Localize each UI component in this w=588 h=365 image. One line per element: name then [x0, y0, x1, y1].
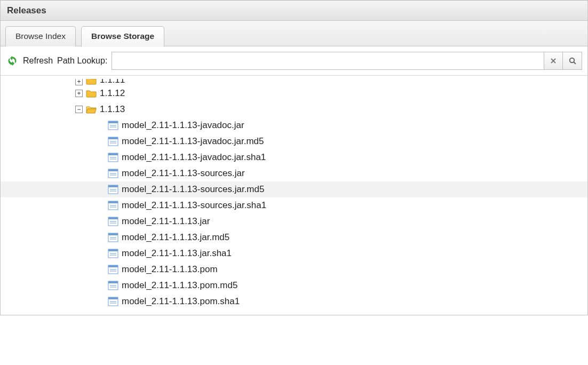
file-icon: [108, 281, 118, 290]
file-icon: [108, 217, 118, 226]
tree-node-label: model_2.11-1.1.13.jar: [122, 216, 210, 227]
file-icon: [108, 249, 118, 258]
tree-folder-row[interactable]: − 1.1.13: [1, 101, 587, 117]
tree-file-row[interactable]: model_2.11-1.1.13-sources.jar.md5: [1, 181, 587, 197]
path-lookup-input[interactable]: [112, 52, 544, 70]
file-icon: [108, 169, 118, 178]
tree-folder-row[interactable]: + 1.1.11: [1, 79, 587, 85]
tree-node-label: model_2.11-1.1.13-sources.jar: [122, 168, 245, 179]
tree-node-label: 1.1.13: [100, 104, 125, 115]
folder-closed-icon: [86, 79, 97, 85]
file-icon: [108, 121, 118, 130]
file-icon: [108, 297, 118, 306]
refresh-label: Refresh: [23, 56, 53, 66]
tree-file-row[interactable]: model_2.11-1.1.13-sources.jar.sha1: [1, 197, 587, 213]
tab-label: Browse Index: [15, 31, 66, 41]
svg-rect-3: [108, 121, 118, 123]
file-icon: [108, 265, 118, 274]
tree-node-label: model_2.11-1.1.13-javadoc.jar.sha1: [122, 152, 266, 163]
tab-label: Browse Storage: [91, 31, 154, 41]
svg-rect-47: [108, 297, 118, 299]
panel-title: Releases: [1, 1, 587, 21]
svg-rect-43: [108, 281, 118, 283]
search-button[interactable]: [563, 52, 582, 70]
tree-file-row[interactable]: model_2.11-1.1.13.jar.md5: [1, 229, 587, 245]
file-icon: [108, 233, 118, 242]
tree-node-label: model_2.11-1.1.13.pom.md5: [122, 280, 237, 291]
folder-closed-icon: [86, 89, 97, 98]
toolbar: Refresh Path Lookup:: [1, 46, 587, 76]
refresh-icon: [7, 55, 18, 66]
tabstrip: Browse Index Browse Storage: [1, 21, 587, 46]
svg-rect-7: [108, 137, 118, 139]
tab-browse-storage[interactable]: Browse Storage: [81, 26, 164, 47]
svg-rect-11: [108, 153, 118, 155]
tree-file-row[interactable]: model_2.11-1.1.13.jar.sha1: [1, 245, 587, 261]
collapse-toggle[interactable]: −: [75, 106, 83, 113]
panel-title-text: Releases: [7, 5, 46, 15]
file-icon: [108, 153, 118, 162]
svg-line-1: [574, 62, 576, 64]
expand-toggle[interactable]: +: [75, 90, 83, 97]
tree-file-row[interactable]: model_2.11-1.1.13.pom.sha1: [1, 293, 587, 310]
path-lookup-label: Path Lookup:: [57, 56, 107, 66]
file-icon: [108, 185, 118, 194]
releases-panel: Releases Browse Index Browse Storage Ref…: [0, 0, 588, 315]
file-icon: [108, 137, 118, 146]
tree-node-label: 1.1.12: [100, 88, 125, 99]
tree-file-row[interactable]: model_2.11-1.1.13.jar: [1, 213, 587, 229]
tree-file-row[interactable]: model_2.11-1.1.13.pom: [1, 261, 587, 277]
tree-file-row[interactable]: model_2.11-1.1.13-javadoc.jar.md5: [1, 133, 587, 149]
tree-node-label: model_2.11-1.1.13-sources.jar.md5: [122, 184, 264, 195]
tree-file-row[interactable]: model_2.11-1.1.13-javadoc.jar.sha1: [1, 149, 587, 165]
file-tree: + 1.1.11 + 1.1.12 − 1.1.13 model_2.11-1.…: [1, 76, 587, 315]
clear-button[interactable]: [544, 52, 563, 70]
tree-folder-row[interactable]: + 1.1.12: [1, 85, 587, 101]
tree-node-label: model_2.11-1.1.13.pom: [122, 264, 218, 275]
svg-point-0: [569, 58, 574, 62]
tree-file-row[interactable]: model_2.11-1.1.13.pom.md5: [1, 277, 587, 293]
svg-rect-27: [108, 217, 118, 219]
file-icon: [108, 201, 118, 210]
path-lookup-group: [112, 52, 582, 70]
tree-node-label: model_2.11-1.1.13-sources.jar.sha1: [122, 200, 266, 211]
tree-node-label: model_2.11-1.1.13.pom.sha1: [122, 296, 240, 307]
close-icon: [550, 58, 557, 64]
svg-rect-23: [108, 201, 118, 203]
expand-toggle[interactable]: +: [75, 79, 83, 85]
tab-browse-index[interactable]: Browse Index: [5, 26, 76, 46]
magnifier-icon: [568, 57, 577, 65]
folder-open-icon: [86, 105, 97, 114]
tree-node-label: model_2.11-1.1.13-javadoc.jar: [122, 120, 244, 131]
svg-rect-35: [108, 249, 118, 251]
tree-file-row[interactable]: model_2.11-1.1.13-sources.jar: [1, 165, 587, 181]
svg-rect-39: [108, 265, 118, 267]
svg-rect-31: [108, 233, 118, 235]
svg-rect-19: [108, 185, 118, 187]
tree-node-label: model_2.11-1.1.13.jar.sha1: [122, 248, 232, 259]
svg-rect-15: [108, 169, 118, 171]
tree-node-label: model_2.11-1.1.13-javadoc.jar.md5: [122, 136, 264, 147]
refresh-button[interactable]: Refresh: [7, 55, 53, 66]
tree-node-label: 1.1.11: [100, 79, 125, 85]
tree-file-row[interactable]: model_2.11-1.1.13-javadoc.jar: [1, 117, 587, 133]
tree-node-label: model_2.11-1.1.13.jar.md5: [122, 232, 229, 243]
